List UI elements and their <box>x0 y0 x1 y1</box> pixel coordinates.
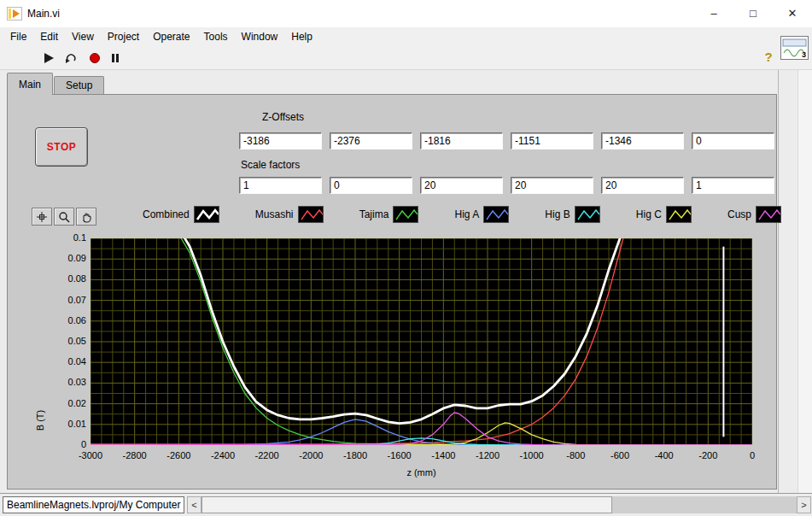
legend-item-combined[interactable]: Combined <box>143 206 219 223</box>
tab-main[interactable]: Main <box>7 73 53 95</box>
z-offset-field[interactable]: -1151 <box>511 132 593 150</box>
menu-item-help[interactable]: Help <box>284 29 319 44</box>
vi-pane-badge: 3 <box>802 50 806 59</box>
scale-factor-field[interactable]: 0 <box>330 177 412 194</box>
legend-sample-icon <box>483 206 509 223</box>
z-offset-field[interactable]: -1816 <box>420 132 503 150</box>
x-tick-label: -1600 <box>388 450 412 460</box>
vi-connector-icon[interactable]: 3 <box>780 36 809 60</box>
run-continuous-icon <box>64 51 78 65</box>
x-tick-label: -2000 <box>299 450 323 460</box>
legend-sample-icon <box>666 206 692 223</box>
z-offset-field[interactable]: 0 <box>692 132 774 150</box>
x-tick-label: -2200 <box>255 450 279 460</box>
menu-item-project[interactable]: Project <box>101 29 146 44</box>
scale-factor-field[interactable]: 20 <box>420 177 503 194</box>
legend-item-tajima[interactable]: Tajima <box>359 206 419 223</box>
y-tick-label: 0.05 <box>49 336 86 346</box>
menu-item-tools[interactable]: Tools <box>197 29 235 44</box>
x-tick-label: -2600 <box>166 450 190 460</box>
menu-item-edit[interactable]: Edit <box>33 29 65 44</box>
hscroll-right-button[interactable]: > <box>797 496 811 513</box>
close-button[interactable]: ✕ <box>773 0 812 27</box>
maximize-button[interactable]: □ <box>733 0 773 27</box>
project-context-label: BeamlineMagnets.lvproj/My Computer <box>3 496 184 513</box>
y-axis-label: B (T) <box>35 410 45 431</box>
scale-factors-row: 102020201 <box>239 177 774 194</box>
x-tick-label: -600 <box>610 450 629 460</box>
scale-factor-field[interactable]: 20 <box>601 177 684 194</box>
scale-factor-field[interactable]: 1 <box>239 177 322 194</box>
x-tick-label: -3000 <box>79 450 102 460</box>
legend-sample-icon <box>575 206 600 223</box>
legend-label: Hig B <box>545 208 570 220</box>
menu-item-window[interactable]: Window <box>235 29 285 44</box>
run-continuous-button[interactable] <box>61 50 80 67</box>
z-offset-field[interactable]: -2376 <box>330 132 412 150</box>
labview-app-icon <box>7 7 22 24</box>
abort-icon <box>88 51 102 65</box>
minimize-button[interactable]: – <box>694 0 733 27</box>
status-bar: BeamlineMagnets.lvproj/My Computer < > <box>0 493 812 516</box>
cursor-tool-button[interactable] <box>32 208 52 226</box>
zoom-tool-button[interactable] <box>54 208 74 226</box>
x-tick-label: -2400 <box>211 450 235 460</box>
legend-sample-icon <box>194 206 219 223</box>
y-tick-label: 0.08 <box>49 273 86 284</box>
y-tick-label: 0.09 <box>49 253 86 263</box>
menu-bar: FileEditViewProjectOperateToolsWindowHel… <box>0 27 812 46</box>
hand-icon <box>80 211 92 223</box>
legend-item-hig-c[interactable]: Hig C <box>636 206 692 223</box>
y-tick-label: 0.1 <box>49 232 86 243</box>
stop-button[interactable]: STOP <box>35 127 88 167</box>
y-tick-label: 0.03 <box>49 377 86 387</box>
hscroll-left-button[interactable]: < <box>187 496 202 513</box>
z-offsets-row: -3186-2376-1816-1151-13460 <box>239 132 774 150</box>
run-arrow-icon <box>42 51 55 65</box>
z-offset-field[interactable]: -1346 <box>601 132 684 150</box>
legend-item-hig-a[interactable]: Hig A <box>455 206 510 223</box>
x-tick-label: -1400 <box>431 450 455 460</box>
menu-item-file[interactable]: File <box>3 29 33 44</box>
y-tick-label: 0.01 <box>49 419 86 429</box>
x-tick-label: -2800 <box>123 450 147 460</box>
x-tick-label: -1800 <box>343 450 367 460</box>
hscroll-thumb[interactable] <box>202 496 612 513</box>
plot-area[interactable] <box>91 238 752 445</box>
y-tick-label: 0.07 <box>49 295 86 305</box>
x-tick-label: -200 <box>698 450 717 460</box>
crosshair-icon <box>36 211 48 223</box>
legend-item-musashi[interactable]: Musashi <box>255 206 324 223</box>
menu-item-view[interactable]: View <box>65 29 101 44</box>
main-vi-window: Main.vi – □ ✕ FileEditViewProjectOperate… <box>0 0 812 516</box>
y-tick-label: 0 <box>49 439 86 449</box>
tab-control: MainSetup <box>7 70 105 94</box>
context-help-button[interactable]: ? <box>760 49 777 66</box>
vertical-scrollbar[interactable] <box>778 70 812 493</box>
abort-button[interactable] <box>85 50 104 67</box>
magnifier-icon <box>58 211 70 223</box>
x-tick-label: -1200 <box>476 450 499 460</box>
run-button[interactable] <box>39 50 58 67</box>
pause-icon <box>108 51 122 65</box>
legend-label: Tajima <box>359 208 389 220</box>
legend-label: Musashi <box>255 208 294 220</box>
pan-tool-button[interactable] <box>76 208 96 226</box>
x-tick-label: -1000 <box>520 450 544 460</box>
legend-item-hig-b[interactable]: Hig B <box>545 206 599 223</box>
tab-page-main: STOP Z-Offsets -3186-2376-1816-1151-1346… <box>7 94 777 490</box>
scale-factor-field[interactable]: 20 <box>511 177 593 194</box>
menu-item-operate[interactable]: Operate <box>146 29 196 44</box>
tab-setup[interactable]: Setup <box>54 76 104 94</box>
pause-button[interactable] <box>106 50 125 67</box>
z-offset-field[interactable]: -3186 <box>239 132 322 150</box>
z-offsets-label: Z-Offsets <box>262 111 304 123</box>
x-tick-label: -800 <box>566 450 585 460</box>
scale-factor-field[interactable]: 1 <box>692 177 774 194</box>
y-tick-label: 0.04 <box>49 356 86 366</box>
graph-palette <box>32 208 96 226</box>
vertical-scrollbar-track[interactable] <box>797 70 812 493</box>
x-tick-label: 0 <box>750 450 755 460</box>
legend-item-cusp[interactable]: Cusp <box>727 206 781 223</box>
x-axis-label: z (mm) <box>91 467 752 478</box>
